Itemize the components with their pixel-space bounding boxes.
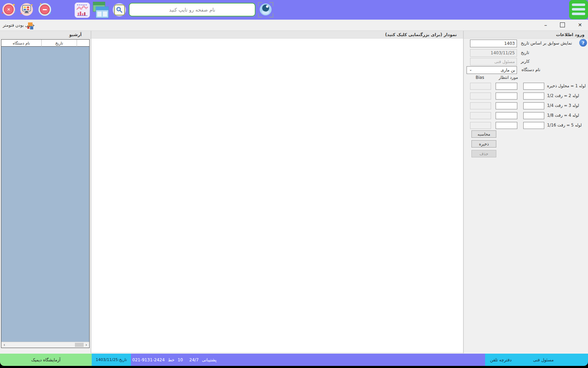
lab-name: آزمایشگاه دیمیک bbox=[31, 357, 61, 362]
archive-header: آرشیو bbox=[0, 31, 91, 39]
scroll-right-arrow-icon[interactable]: › bbox=[83, 342, 89, 348]
device-select-value: بن ماری bbox=[500, 68, 515, 73]
right-status-segment: دفترچه تلفن مسئول فنی bbox=[485, 354, 588, 366]
device-select[interactable]: ⌄ بن ماری bbox=[467, 66, 517, 74]
monitor-icon[interactable] bbox=[20, 3, 33, 16]
minimize-circle-icon[interactable] bbox=[38, 3, 51, 16]
magnifier-glyph bbox=[115, 6, 123, 14]
technical-manager: مسئول فنی bbox=[533, 357, 554, 362]
eye-glyph bbox=[260, 4, 272, 15]
window-close-button[interactable]: ✕ bbox=[575, 21, 585, 29]
tube3-measured-input[interactable] bbox=[523, 102, 544, 109]
data-entry-panel: ورود اطلاعات ? نمایش سوابق بر اساس تاریخ… bbox=[464, 31, 588, 353]
date-label: تاریخ bbox=[521, 50, 529, 55]
search-badge bbox=[114, 5, 125, 15]
tube3-expected-input[interactable] bbox=[496, 102, 517, 109]
archive-col-selector bbox=[77, 40, 89, 47]
window-title-bar: خطی بودن فتومتر – ✕ bbox=[0, 20, 588, 31]
tube5-label: لوله 5 = رقت 1/16 bbox=[547, 123, 582, 128]
confetti-dot bbox=[50, 13, 51, 14]
window-minimize-button[interactable]: – bbox=[540, 21, 551, 29]
tube5-expected-input[interactable] bbox=[496, 122, 517, 129]
scroll-left-arrow-icon[interactable]: ‹ bbox=[1, 342, 7, 348]
data-entry-header: ورود اطلاعات bbox=[464, 31, 588, 39]
maximize-icon bbox=[560, 22, 565, 27]
chart-tool-icon[interactable] bbox=[75, 2, 90, 18]
chart-canvas[interactable] bbox=[91, 39, 463, 352]
lab-name-segment: آزمایشگاه دیمیک bbox=[0, 354, 92, 366]
tube4-expected-input[interactable] bbox=[496, 112, 517, 119]
tube1-bias-input bbox=[470, 83, 491, 90]
support-segment: 021-9131-2424 خط 10 24/7 پشتیبانی bbox=[131, 354, 485, 366]
eye-icon[interactable] bbox=[258, 2, 273, 18]
tube2-measured-input[interactable] bbox=[523, 93, 544, 100]
date-input bbox=[470, 49, 517, 57]
minus-glyph bbox=[40, 5, 50, 14]
status-bar: آزمایشگاه دیمیک تاریخ:1403/11/25 021-913… bbox=[0, 354, 588, 368]
focus-corner-icon bbox=[269, 13, 273, 18]
tube1-measured-input[interactable] bbox=[523, 83, 544, 90]
archive-horizontal-scrollbar[interactable]: ‹ › bbox=[1, 342, 89, 348]
app-logo bbox=[27, 22, 34, 29]
phonebook-link[interactable]: دفترچه تلفن bbox=[490, 357, 512, 362]
confetti-dot bbox=[20, 13, 22, 14]
user-label: کاربر bbox=[521, 59, 530, 64]
hamburger-bar bbox=[572, 4, 585, 6]
support-word: پشتیبانی bbox=[202, 357, 217, 362]
history-year-input[interactable] bbox=[470, 40, 517, 47]
tube2-label: لوله 2 = رقت 1/2 bbox=[547, 93, 579, 98]
confetti-dot bbox=[14, 11, 16, 12]
expected-column-header: مورد انتظار bbox=[499, 75, 518, 80]
windows-glyph bbox=[92, 2, 109, 19]
support-phone: 021-9131-2424 bbox=[132, 357, 165, 362]
search-icon[interactable] bbox=[113, 3, 126, 16]
archive-col-device[interactable]: نام دستگاه bbox=[1, 40, 41, 47]
hamburger-bar bbox=[572, 8, 585, 11]
page-name-input[interactable] bbox=[129, 3, 255, 16]
tube3-bias-input bbox=[470, 102, 491, 109]
archive-table-header: نام دستگاه تاریخ bbox=[1, 40, 89, 47]
bias-column-header: Bias bbox=[476, 75, 484, 80]
tube1-expected-input[interactable] bbox=[496, 83, 517, 90]
history-year-label: نمایش سوابق بر اساس تاریخ bbox=[521, 41, 572, 46]
tube2-bias-input bbox=[470, 93, 491, 100]
close-x-glyph: ✕ bbox=[4, 5, 14, 14]
monitor-glyph bbox=[22, 5, 31, 14]
status-date: تاریخ:1403/11/25 bbox=[96, 357, 127, 362]
tube5-bias-input bbox=[470, 122, 491, 129]
calculate-button[interactable]: محاسبه bbox=[471, 130, 496, 138]
archive-panel: آرشیو نام دستگاه تاریخ ‹ › bbox=[0, 31, 91, 353]
user-input bbox=[470, 58, 517, 66]
tube4-bias-input bbox=[470, 112, 491, 119]
help-icon[interactable]: ? bbox=[579, 39, 587, 47]
confetti-dot bbox=[2, 12, 3, 14]
chart-panel: نمودار (برای بزرگنمایی کلیک کنید) bbox=[91, 31, 464, 353]
chart-glyph bbox=[76, 4, 89, 16]
support-lines-num: 10 bbox=[177, 357, 183, 362]
tube3-label: لوله 3 = رقت 1/4 bbox=[547, 103, 579, 108]
top-toolbar: ✕ bbox=[0, 0, 588, 20]
confetti-dot bbox=[31, 4, 33, 6]
save-button[interactable]: ذخیره bbox=[471, 140, 496, 148]
hamburger-menu-button[interactable] bbox=[569, 0, 588, 19]
tube1-label: لوله 1 = محلول ذخیره bbox=[547, 83, 586, 88]
archive-col-date[interactable]: تاریخ bbox=[41, 40, 77, 47]
tube4-label: لوله 4 = رقت 1/8 bbox=[547, 113, 579, 118]
archive-table[interactable]: نام دستگاه تاریخ ‹ › bbox=[1, 39, 90, 348]
chart-header: نمودار (برای بزرگنمایی کلیک کنید) bbox=[91, 31, 463, 39]
tube5-measured-input[interactable] bbox=[523, 122, 544, 129]
confetti-dot bbox=[13, 4, 15, 6]
delete-button: حذف bbox=[471, 150, 496, 157]
chevron-down-icon: ⌄ bbox=[469, 67, 472, 72]
support-lines-word: خط bbox=[168, 357, 175, 362]
app-window: ✕ bbox=[0, 0, 588, 368]
close-circle-icon[interactable]: ✕ bbox=[2, 3, 15, 16]
device-label: نام دستگاه bbox=[522, 67, 540, 72]
confetti-dot bbox=[40, 3, 41, 5]
tube4-measured-input[interactable] bbox=[523, 112, 544, 119]
windows-layout-icon[interactable] bbox=[92, 2, 109, 19]
hamburger-bar bbox=[572, 13, 585, 15]
scrollbar-thumb[interactable] bbox=[75, 343, 84, 347]
tube2-expected-input[interactable] bbox=[496, 93, 517, 100]
window-maximize-button[interactable] bbox=[557, 21, 568, 29]
